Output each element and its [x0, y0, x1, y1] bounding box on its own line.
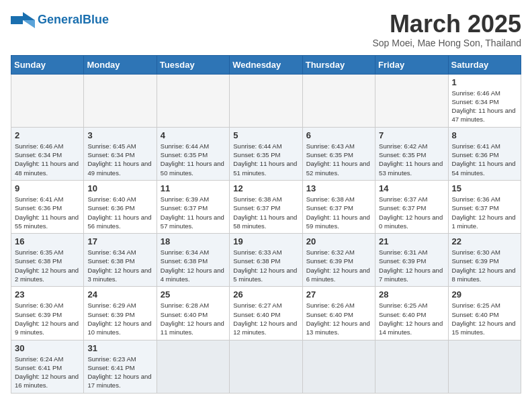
calendar-day-cell: [84, 74, 157, 127]
calendar-day-cell: 28Sunrise: 6:25 AM Sunset: 6:40 PM Dayli…: [375, 287, 448, 340]
day-number: 16: [15, 236, 80, 246]
day-number: 4: [161, 130, 226, 140]
calendar-day-cell: [302, 340, 375, 393]
day-number: 1: [452, 77, 517, 87]
calendar-day-cell: 1Sunrise: 6:46 AM Sunset: 6:34 PM Daylig…: [448, 74, 521, 127]
calendar-day-cell: [448, 340, 521, 393]
calendar-day-cell: 21Sunrise: 6:31 AM Sunset: 6:39 PM Dayli…: [375, 234, 448, 287]
calendar-table: SundayMondayTuesdayWednesdayThursdayFrid…: [11, 55, 521, 394]
day-info: Sunrise: 6:35 AM Sunset: 6:38 PM Dayligh…: [15, 248, 80, 283]
calendar-day-cell: 19Sunrise: 6:33 AM Sunset: 6:38 PM Dayli…: [230, 234, 302, 287]
day-number: 28: [379, 289, 444, 300]
day-info: Sunrise: 6:45 AM Sunset: 6:34 PM Dayligh…: [87, 142, 152, 177]
svg-marker-2: [23, 20, 35, 28]
calendar-week-row: 2Sunrise: 6:46 AM Sunset: 6:34 PM Daylig…: [11, 127, 521, 180]
calendar-week-row: 1Sunrise: 6:46 AM Sunset: 6:34 PM Daylig…: [11, 74, 521, 127]
calendar-day-cell: [157, 340, 229, 393]
day-number: 12: [233, 183, 298, 193]
day-number: 23: [15, 289, 80, 300]
calendar-week-row: 9Sunrise: 6:41 AM Sunset: 6:36 PM Daylig…: [11, 180, 521, 233]
day-number: 29: [452, 289, 517, 300]
day-number: 3: [87, 130, 152, 140]
logo: GeneralBlue: [11, 11, 109, 30]
day-number: 13: [306, 183, 371, 193]
day-number: 26: [233, 289, 298, 300]
calendar-day-cell: 30Sunrise: 6:24 AM Sunset: 6:41 PM Dayli…: [11, 340, 84, 393]
calendar-day-cell: 4Sunrise: 6:44 AM Sunset: 6:35 PM Daylig…: [157, 127, 229, 180]
calendar-day-cell: [302, 74, 375, 127]
calendar-day-cell: 15Sunrise: 6:36 AM Sunset: 6:37 PM Dayli…: [448, 180, 521, 233]
calendar-header-row: SundayMondayTuesdayWednesdayThursdayFrid…: [11, 55, 521, 74]
day-number: 7: [379, 130, 444, 140]
location-subtitle: Sop Moei, Mae Hong Son, Thailand: [372, 38, 521, 48]
day-info: Sunrise: 6:32 AM Sunset: 6:39 PM Dayligh…: [306, 248, 371, 283]
day-info: Sunrise: 6:30 AM Sunset: 6:39 PM Dayligh…: [15, 301, 80, 336]
day-number: 24: [87, 289, 152, 300]
day-info: Sunrise: 6:38 AM Sunset: 6:37 PM Dayligh…: [306, 195, 371, 230]
day-info: Sunrise: 6:43 AM Sunset: 6:35 PM Dayligh…: [306, 142, 371, 177]
day-info: Sunrise: 6:42 AM Sunset: 6:35 PM Dayligh…: [379, 142, 444, 177]
day-number: 2: [15, 130, 80, 140]
day-number: 14: [379, 183, 444, 193]
day-number: 17: [87, 236, 152, 246]
day-info: Sunrise: 6:25 AM Sunset: 6:40 PM Dayligh…: [452, 301, 517, 336]
calendar-day-cell: 31Sunrise: 6:23 AM Sunset: 6:41 PM Dayli…: [84, 340, 157, 393]
calendar-day-cell: 6Sunrise: 6:43 AM Sunset: 6:35 PM Daylig…: [302, 127, 375, 180]
calendar-day-cell: 10Sunrise: 6:40 AM Sunset: 6:36 PM Dayli…: [84, 180, 157, 233]
calendar-day-cell: 7Sunrise: 6:42 AM Sunset: 6:35 PM Daylig…: [375, 127, 448, 180]
calendar-day-cell: 27Sunrise: 6:26 AM Sunset: 6:40 PM Dayli…: [302, 287, 375, 340]
day-info: Sunrise: 6:39 AM Sunset: 6:37 PM Dayligh…: [161, 195, 226, 230]
calendar-week-row: 16Sunrise: 6:35 AM Sunset: 6:38 PM Dayli…: [11, 234, 521, 287]
day-info: Sunrise: 6:41 AM Sunset: 6:36 PM Dayligh…: [15, 195, 80, 230]
day-info: Sunrise: 6:28 AM Sunset: 6:40 PM Dayligh…: [161, 301, 226, 336]
calendar-day-cell: [157, 74, 229, 127]
day-number: 8: [452, 130, 517, 140]
month-title: March 2025: [372, 11, 521, 38]
day-number: 22: [452, 236, 517, 246]
calendar-day-cell: 29Sunrise: 6:25 AM Sunset: 6:40 PM Dayli…: [448, 287, 521, 340]
day-number: 11: [161, 183, 226, 193]
calendar-day-cell: [375, 340, 448, 393]
calendar-week-row: 23Sunrise: 6:30 AM Sunset: 6:39 PM Dayli…: [11, 287, 521, 340]
day-info: Sunrise: 6:23 AM Sunset: 6:41 PM Dayligh…: [87, 355, 152, 390]
day-info: Sunrise: 6:44 AM Sunset: 6:35 PM Dayligh…: [233, 142, 298, 177]
page-header: GeneralBlue March 2025 Sop Moei, Mae Hon…: [11, 11, 521, 48]
day-number: 6: [306, 130, 371, 140]
logo-icon: [11, 11, 35, 30]
title-section: March 2025 Sop Moei, Mae Hong Son, Thail…: [372, 11, 521, 48]
day-of-week-header: Tuesday: [157, 55, 229, 74]
calendar-day-cell: 14Sunrise: 6:37 AM Sunset: 6:37 PM Dayli…: [375, 180, 448, 233]
day-number: 27: [306, 289, 371, 300]
day-number: 9: [15, 183, 80, 193]
day-of-week-header: Wednesday: [230, 55, 302, 74]
day-of-week-header: Friday: [375, 55, 448, 74]
calendar-day-cell: 16Sunrise: 6:35 AM Sunset: 6:38 PM Dayli…: [11, 234, 84, 287]
day-number: 30: [15, 343, 80, 353]
day-number: 25: [161, 289, 226, 300]
calendar-day-cell: 18Sunrise: 6:34 AM Sunset: 6:38 PM Dayli…: [157, 234, 229, 287]
day-of-week-header: Sunday: [11, 55, 84, 74]
calendar-day-cell: 17Sunrise: 6:34 AM Sunset: 6:38 PM Dayli…: [84, 234, 157, 287]
day-info: Sunrise: 6:36 AM Sunset: 6:37 PM Dayligh…: [452, 195, 517, 230]
day-info: Sunrise: 6:26 AM Sunset: 6:40 PM Dayligh…: [306, 301, 371, 336]
calendar-day-cell: [230, 340, 302, 393]
calendar-day-cell: 12Sunrise: 6:38 AM Sunset: 6:37 PM Dayli…: [230, 180, 302, 233]
svg-rect-0: [11, 16, 23, 24]
calendar-day-cell: [375, 74, 448, 127]
day-number: 20: [306, 236, 371, 246]
logo-text: GeneralBlue: [38, 13, 109, 28]
day-of-week-header: Thursday: [302, 55, 375, 74]
day-info: Sunrise: 6:46 AM Sunset: 6:34 PM Dayligh…: [452, 89, 517, 124]
day-number: 10: [87, 183, 152, 193]
calendar-day-cell: 26Sunrise: 6:27 AM Sunset: 6:40 PM Dayli…: [230, 287, 302, 340]
calendar-day-cell: 20Sunrise: 6:32 AM Sunset: 6:39 PM Dayli…: [302, 234, 375, 287]
day-info: Sunrise: 6:38 AM Sunset: 6:37 PM Dayligh…: [233, 195, 298, 230]
day-info: Sunrise: 6:30 AM Sunset: 6:39 PM Dayligh…: [452, 248, 517, 283]
day-info: Sunrise: 6:34 AM Sunset: 6:38 PM Dayligh…: [87, 248, 152, 283]
day-info: Sunrise: 6:27 AM Sunset: 6:40 PM Dayligh…: [233, 301, 298, 336]
calendar-day-cell: 23Sunrise: 6:30 AM Sunset: 6:39 PM Dayli…: [11, 287, 84, 340]
day-info: Sunrise: 6:24 AM Sunset: 6:41 PM Dayligh…: [15, 355, 80, 390]
calendar-day-cell: 22Sunrise: 6:30 AM Sunset: 6:39 PM Dayli…: [448, 234, 521, 287]
calendar-day-cell: 3Sunrise: 6:45 AM Sunset: 6:34 PM Daylig…: [84, 127, 157, 180]
day-of-week-header: Monday: [84, 55, 157, 74]
